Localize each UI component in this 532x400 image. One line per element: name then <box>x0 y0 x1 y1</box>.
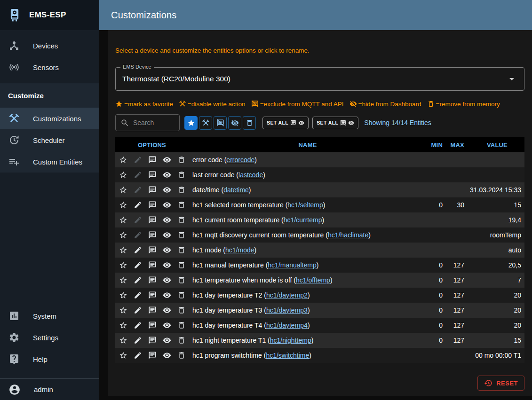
row-mqtt-button[interactable] <box>145 288 160 302</box>
row-favorite-button[interactable] <box>116 318 131 332</box>
row-visibility-button[interactable] <box>159 348 174 362</box>
row-delete-button[interactable] <box>174 213 189 227</box>
row-visibility-button[interactable] <box>159 318 174 332</box>
row-favorite-button[interactable] <box>116 288 131 302</box>
row-edit-button[interactable] <box>131 318 145 332</box>
row-favorite-button[interactable] <box>116 333 131 347</box>
row-edit-button[interactable] <box>131 303 145 317</box>
sidebar-item-settings[interactable]: Settings <box>0 327 99 348</box>
row-favorite-button[interactable] <box>116 243 131 257</box>
row-delete-button[interactable] <box>174 303 189 317</box>
row-mqtt-button[interactable] <box>145 183 160 197</box>
row-visibility-button[interactable] <box>159 198 174 212</box>
row-visibility-button[interactable] <box>159 333 174 347</box>
row-favorite-button[interactable] <box>116 258 131 272</box>
row-visibility-button[interactable] <box>159 273 174 287</box>
row-delete-button[interactable] <box>174 153 189 167</box>
sidebar-item-devices[interactable]: Devices <box>0 35 99 56</box>
entity-shortname-link[interactable]: hc1/nighttemp <box>270 337 311 344</box>
row-favorite-button[interactable] <box>116 183 131 197</box>
row-mqtt-button[interactable] <box>145 258 160 272</box>
row-edit-button[interactable] <box>131 243 145 257</box>
filter-hide-button[interactable] <box>228 116 241 130</box>
row-visibility-button[interactable] <box>159 213 174 227</box>
row-visibility-button[interactable] <box>159 303 174 317</box>
sidebar-section-customize[interactable]: Customize <box>0 83 99 108</box>
sidebar-user-admin[interactable]: admin <box>0 379 99 400</box>
sidebar-item-scheduler[interactable]: Scheduler <box>0 129 99 151</box>
row-edit-button[interactable] <box>131 213 145 227</box>
row-delete-button[interactable] <box>174 348 189 362</box>
row-delete-button[interactable] <box>174 183 189 197</box>
entity-shortname-link[interactable]: hc1/seltemp <box>287 201 323 209</box>
row-mqtt-button[interactable] <box>145 348 160 362</box>
row-edit-button[interactable] <box>131 153 145 167</box>
row-edit-button[interactable] <box>131 333 145 347</box>
row-mqtt-button[interactable] <box>145 243 160 257</box>
sidebar-item-system[interactable]: System <box>0 305 99 327</box>
row-mqtt-button[interactable] <box>145 333 160 347</box>
row-delete-button[interactable] <box>174 198 189 212</box>
filter-remove-button[interactable] <box>243 116 256 130</box>
row-edit-button[interactable] <box>131 288 145 302</box>
sidebar-item-customizations[interactable]: Customizations <box>0 108 99 129</box>
reset-button[interactable]: RESET <box>477 376 524 391</box>
row-edit-button[interactable] <box>131 198 145 212</box>
row-mqtt-button[interactable] <box>145 318 160 332</box>
entity-shortname-link[interactable]: hc1/offtemp <box>296 276 330 284</box>
row-favorite-button[interactable] <box>116 198 131 212</box>
entity-shortname-link[interactable]: hc1/daytemp2 <box>266 291 308 299</box>
row-mqtt-button[interactable] <box>145 273 160 287</box>
row-favorite-button[interactable] <box>116 213 131 227</box>
row-mqtt-button[interactable] <box>145 168 160 182</box>
row-edit-button[interactable] <box>131 228 145 242</box>
row-edit-button[interactable] <box>131 348 145 362</box>
entity-shortname-link[interactable]: errorcode <box>226 156 254 164</box>
entity-shortname-link[interactable]: lastcode <box>238 171 263 179</box>
row-visibility-button[interactable] <box>159 288 174 302</box>
row-visibility-button[interactable] <box>159 168 174 182</box>
row-favorite-button[interactable] <box>116 303 131 317</box>
entity-shortname-link[interactable]: hc1/mode <box>225 246 254 254</box>
row-visibility-button[interactable] <box>159 243 174 257</box>
set-all-visible-button[interactable]: SET ALL <box>262 117 309 129</box>
row-delete-button[interactable] <box>174 288 189 302</box>
row-delete-button[interactable] <box>174 333 189 347</box>
entity-shortname-link[interactable]: hc1/currtemp <box>284 216 322 224</box>
row-delete-button[interactable] <box>174 168 189 182</box>
entity-shortname-link[interactable]: datetime <box>223 186 249 194</box>
row-mqtt-button[interactable] <box>145 303 160 317</box>
row-edit-button[interactable] <box>131 258 145 272</box>
row-delete-button[interactable] <box>174 228 189 242</box>
row-favorite-button[interactable] <box>116 273 131 287</box>
entity-shortname-link[interactable]: hc1/daytemp4 <box>266 322 308 329</box>
sidebar-item-sensors[interactable]: Sensors <box>0 56 99 78</box>
row-mqtt-button[interactable] <box>145 153 160 167</box>
row-visibility-button[interactable] <box>159 228 174 242</box>
sidebar-item-help[interactable]: Help <box>0 348 99 370</box>
sidebar-item-custom-entities[interactable]: Custom Entities <box>0 151 99 173</box>
row-delete-button[interactable] <box>174 318 189 332</box>
row-favorite-button[interactable] <box>116 168 131 182</box>
entity-shortname-link[interactable]: hc1/manualtemp <box>268 261 317 269</box>
filter-favorite-button[interactable] <box>184 116 198 130</box>
row-edit-button[interactable] <box>131 273 145 287</box>
row-favorite-button[interactable] <box>116 228 131 242</box>
ems-device-select[interactable]: EMS Device Thermostat (RC20/Moduline 300… <box>115 67 524 91</box>
entity-shortname-link[interactable]: hc1/switchtime <box>266 352 309 359</box>
search-input[interactable] <box>133 119 175 126</box>
filter-disable-write-button[interactable] <box>199 116 212 130</box>
row-favorite-button[interactable] <box>116 348 131 362</box>
row-mqtt-button[interactable] <box>145 213 160 227</box>
row-favorite-button[interactable] <box>116 153 131 167</box>
filter-mqtt-exclude-button[interactable] <box>214 116 227 130</box>
set-all-hidden-button[interactable]: SET ALL <box>312 117 358 129</box>
row-edit-button[interactable] <box>131 168 145 182</box>
row-mqtt-button[interactable] <box>145 198 160 212</box>
row-edit-button[interactable] <box>131 183 145 197</box>
row-delete-button[interactable] <box>174 243 189 257</box>
entity-shortname-link[interactable]: hc1/daytemp3 <box>266 306 308 314</box>
entity-shortname-link[interactable]: hc1/haclimate <box>328 231 368 239</box>
row-delete-button[interactable] <box>174 273 189 287</box>
row-mqtt-button[interactable] <box>145 228 160 242</box>
